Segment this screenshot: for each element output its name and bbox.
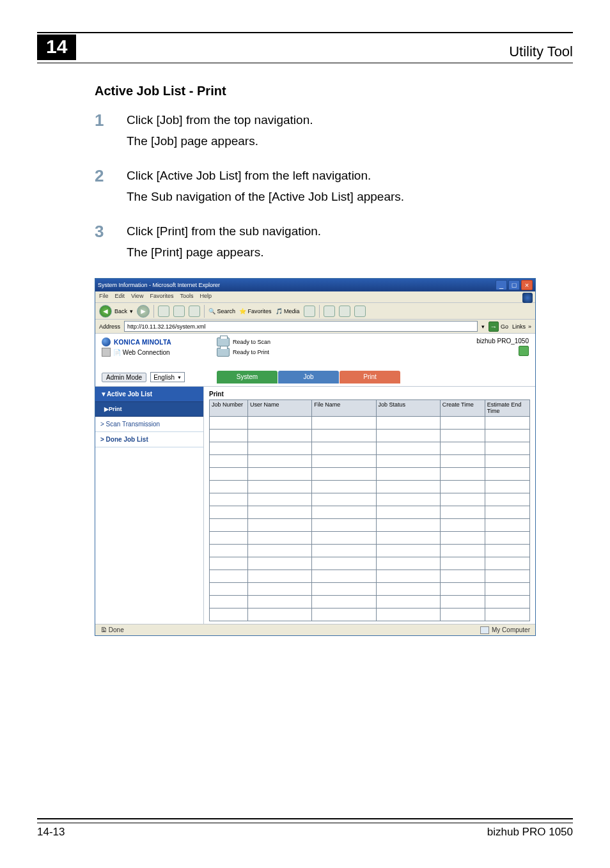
table-row xyxy=(210,545,530,557)
menu-favorites[interactable]: Favorites xyxy=(150,293,173,301)
scanner-icon xyxy=(217,337,230,346)
tab-system[interactable]: System xyxy=(217,371,278,384)
col-job-number: Job Number xyxy=(210,400,248,417)
menu-file[interactable]: File xyxy=(99,293,109,301)
step-text: The [Print] page appears. xyxy=(127,244,321,262)
brand-logo: KONICA MINOLTA xyxy=(102,337,171,346)
table-row xyxy=(210,570,530,583)
step-text: Click [Job] from the top navigation. xyxy=(127,111,313,130)
status-zone: My Computer xyxy=(480,626,530,634)
table-row xyxy=(210,506,530,519)
search-button[interactable]: 🔍 Search xyxy=(208,308,235,314)
table-title: Print xyxy=(209,391,530,398)
table-row xyxy=(210,583,530,596)
maximize-button[interactable]: □ xyxy=(508,280,520,290)
col-create-time: Create Time xyxy=(440,400,485,417)
nav-done-job-list[interactable]: > Done Job List xyxy=(95,432,203,447)
printer-icon xyxy=(217,348,230,357)
chapter-number: 14 xyxy=(37,35,76,60)
nav-active-job-list[interactable]: ▼Active Job List xyxy=(95,387,203,402)
minimize-button[interactable]: _ xyxy=(496,280,507,290)
screenshot-window: System Information - Microsoft Internet … xyxy=(95,278,536,636)
stop-icon[interactable] xyxy=(158,306,169,317)
table-row xyxy=(210,468,530,481)
print-job-table: Job Number User Name File Name Job Statu… xyxy=(209,399,530,621)
step-number: 1 xyxy=(95,111,111,153)
language-select[interactable]: English xyxy=(150,372,185,382)
section-title: Active Job List - Print xyxy=(95,84,573,98)
step-text: Click [Print] from the sub navigation. xyxy=(127,222,321,241)
table-row xyxy=(210,519,530,532)
page-number: 14-13 xyxy=(37,826,65,839)
window-title: System Information - Microsoft Internet … xyxy=(98,282,220,288)
col-user-name: User Name xyxy=(248,400,312,417)
forward-button[interactable]: ► xyxy=(137,305,150,318)
address-input[interactable]: http://10.11.32.126/system.xml xyxy=(124,321,478,332)
media-button[interactable]: 🎵 Media xyxy=(276,308,300,314)
computer-icon xyxy=(480,626,489,634)
device-name: bizhub PRO_1050 xyxy=(476,337,529,345)
status-done: 🖻 Done xyxy=(100,626,124,633)
footer-product: bizhub PRO 1050 xyxy=(487,826,573,839)
table-row xyxy=(210,557,530,570)
address-label: Address xyxy=(99,323,120,330)
step-text: Click [Active Job List] from the left na… xyxy=(127,167,404,185)
links-button[interactable]: Links » xyxy=(512,323,531,330)
nav-scan-transmission[interactable]: > Scan Transmission xyxy=(95,417,203,432)
table-row xyxy=(210,481,530,493)
menu-edit[interactable]: Edit xyxy=(115,293,125,301)
menu-view[interactable]: View xyxy=(131,293,143,301)
back-button[interactable]: ◄Back ▾ xyxy=(99,305,133,318)
header-title: Utility Tool xyxy=(509,43,573,60)
table-row xyxy=(210,493,530,506)
table-row xyxy=(210,455,530,468)
mail-icon[interactable] xyxy=(324,306,335,317)
step-text: The Sub navigation of the [Active Job Li… xyxy=(127,188,404,206)
ie-logo-icon xyxy=(522,293,533,303)
step-text: The [Job] page appears. xyxy=(127,132,313,151)
left-navigation: ▼Active Job List ▶Print > Scan Transmiss… xyxy=(95,387,204,625)
table-row xyxy=(210,596,530,608)
power-status-icon xyxy=(519,346,529,356)
pagescope-icon xyxy=(102,348,111,357)
print-icon[interactable] xyxy=(339,306,350,317)
table-row xyxy=(210,442,530,455)
menu-bar: File Edit View Favorites Tools Help xyxy=(95,291,535,303)
step-number: 3 xyxy=(95,222,111,264)
table-row xyxy=(210,417,530,430)
status-scan: Ready to Scan xyxy=(217,337,270,346)
edit-icon[interactable] xyxy=(354,306,366,317)
table-row xyxy=(210,430,530,442)
tab-print[interactable]: Print xyxy=(340,371,400,384)
menu-help[interactable]: Help xyxy=(199,293,212,301)
table-row xyxy=(210,532,530,545)
status-print: Ready to Print xyxy=(217,348,270,357)
close-button[interactable]: × xyxy=(521,280,533,290)
history-icon[interactable] xyxy=(304,306,315,317)
col-file-name: File Name xyxy=(312,400,376,417)
globe-icon xyxy=(102,337,111,346)
refresh-icon[interactable] xyxy=(173,306,185,317)
step-number: 2 xyxy=(95,167,111,208)
tab-job[interactable]: Job xyxy=(278,371,339,384)
menu-tools[interactable]: Tools xyxy=(180,293,193,301)
toolbar: ◄Back ▾ ► 🔍 Search ⭐ Favorites 🎵 Media xyxy=(95,303,535,320)
go-button[interactable]: →Go xyxy=(489,322,508,332)
app-name: 📄 Web Connection xyxy=(102,348,171,357)
col-job-status: Job Status xyxy=(376,400,440,417)
favorites-button[interactable]: ⭐ Favorites xyxy=(239,308,272,314)
home-icon[interactable] xyxy=(189,306,200,317)
table-row xyxy=(210,608,530,621)
admin-mode-button[interactable]: Admin Mode xyxy=(102,373,146,382)
col-estimate-end-time: Estimate End Time xyxy=(485,400,529,417)
nav-print[interactable]: ▶Print xyxy=(95,402,203,417)
